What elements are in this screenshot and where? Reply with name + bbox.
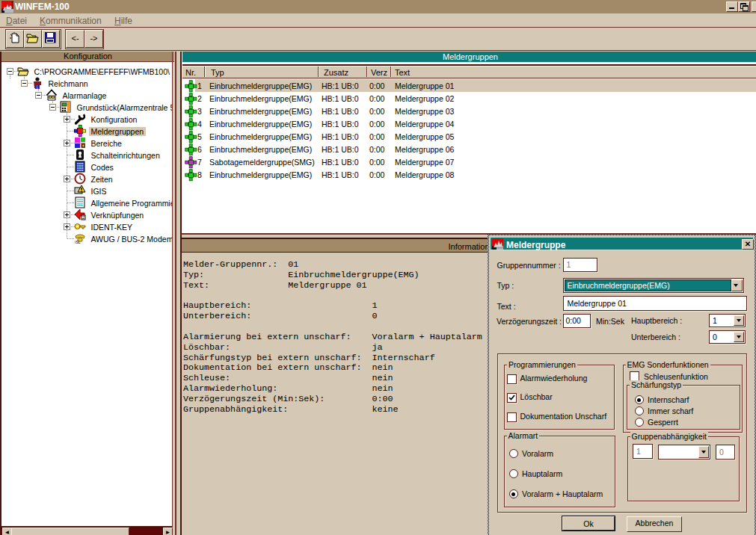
svg-text:ISL: ISL [75,240,81,244]
